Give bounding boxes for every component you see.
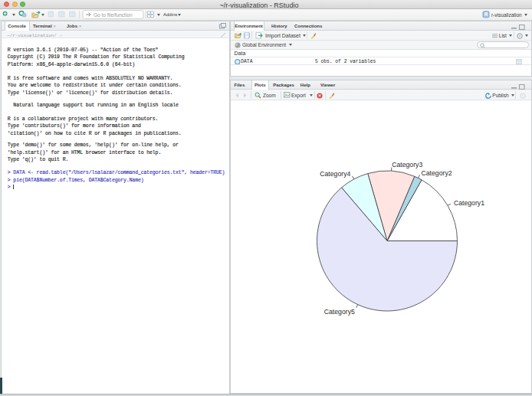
svg-text:Category2: Category2 xyxy=(422,169,452,177)
svg-text:Category1: Category1 xyxy=(454,199,484,207)
svg-text:Category5: Category5 xyxy=(324,308,355,316)
svg-text:Category3: Category3 xyxy=(392,161,422,169)
svg-text:R: R xyxy=(484,11,488,17)
svg-text:Category4: Category4 xyxy=(320,170,350,178)
